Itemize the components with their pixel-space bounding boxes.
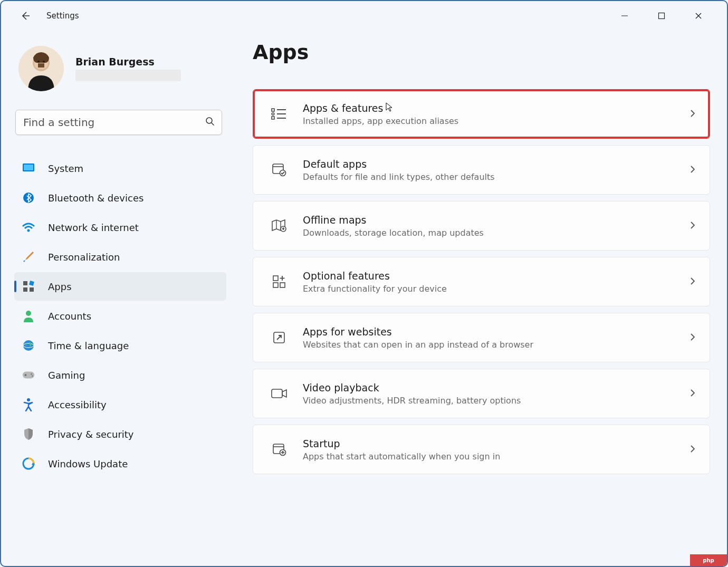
card-title: Apps & features (303, 102, 689, 114)
sidebar-item-system[interactable]: System (14, 154, 226, 182)
window-controls (613, 7, 722, 25)
sidebar-item-accessibility[interactable]: Accessibility (14, 390, 226, 419)
map-icon (267, 219, 291, 233)
svg-rect-16 (30, 287, 34, 292)
svg-rect-27 (272, 109, 274, 111)
svg-rect-45 (272, 389, 282, 398)
minimize-button[interactable] (613, 7, 636, 25)
svg-point-12 (27, 229, 30, 232)
sidebar-item-label: System (48, 163, 83, 174)
close-icon (695, 12, 702, 20)
maximize-icon (658, 12, 665, 20)
card-title: Offline maps (303, 214, 689, 226)
chevron-right-icon (689, 164, 696, 177)
sidebar-item-label: Bluetooth & devices (48, 193, 143, 204)
globe-icon (22, 339, 35, 352)
sidebar-item-label: Gaming (48, 370, 85, 381)
sidebar-item-apps[interactable]: Apps (14, 272, 226, 301)
svg-rect-10 (24, 165, 33, 170)
card-text: Startup Apps that start automatically wh… (303, 438, 689, 462)
svg-point-17 (26, 311, 31, 316)
chevron-right-icon (689, 108, 696, 121)
card-text: Default apps Defaults for file and link … (303, 158, 689, 182)
sidebar-item-label: Windows Update (48, 458, 128, 469)
back-button[interactable] (16, 6, 35, 25)
card-subtitle: Downloads, storage location, map updates (303, 228, 689, 238)
avatar (18, 46, 64, 91)
sidebar-item-bluetooth[interactable]: Bluetooth & devices (14, 184, 226, 212)
card-title: Default apps (303, 158, 689, 170)
sidebar-item-label: Time & language (48, 340, 129, 351)
svg-rect-20 (23, 372, 34, 379)
video-icon (267, 388, 291, 399)
card-title: Video playback (303, 382, 689, 393)
card-text: Apps & features Installed apps, app exec… (303, 102, 689, 126)
svg-point-28 (272, 113, 274, 116)
card-subtitle: Installed apps, app execution aliases (303, 116, 689, 126)
chevron-right-icon (689, 219, 696, 233)
page-title: Apps (253, 41, 710, 64)
sidebar-item-label: Personalization (48, 252, 120, 263)
card-apps-websites[interactable]: Apps for websites Websites that can open… (253, 313, 710, 362)
nav-list: System Bluetooth & devices Network & int… (14, 154, 226, 478)
sidebar-item-personalization[interactable]: Personalization (14, 243, 226, 271)
web-icon (267, 331, 291, 344)
search-row (15, 110, 222, 135)
main-panel: Apps Apps & features Installed apps, app… (236, 35, 727, 566)
card-default-apps[interactable]: Default apps Defaults for file and link … (253, 145, 710, 195)
sidebar-item-label: Accounts (48, 311, 91, 322)
search-input[interactable] (15, 110, 222, 135)
svg-rect-41 (280, 283, 285, 287)
apps-icon (22, 280, 35, 293)
sidebar-item-privacy[interactable]: Privacy & security (14, 420, 226, 448)
sidebar-item-network[interactable]: Network & internet (14, 213, 226, 242)
arrow-left-icon (20, 11, 31, 21)
content-area: Brian Burgess System Bluetooth & devices… (1, 30, 727, 566)
sidebar-item-gaming[interactable]: Gaming (14, 361, 226, 389)
shield-icon (22, 427, 35, 441)
bluetooth-icon (22, 191, 35, 205)
svg-rect-15 (23, 287, 27, 292)
svg-rect-29 (272, 117, 274, 119)
list-icon (267, 108, 291, 120)
app-title: Settings (46, 11, 79, 21)
sidebar-item-update[interactable]: Windows Update (14, 449, 226, 478)
watermark-badge: php (690, 554, 727, 566)
svg-point-24 (27, 398, 30, 401)
chevron-right-icon (689, 275, 696, 289)
monitor-icon (22, 161, 35, 175)
close-button[interactable] (687, 7, 710, 25)
svg-point-22 (31, 373, 32, 374)
card-startup[interactable]: Startup Apps that start automatically wh… (253, 425, 710, 474)
chevron-right-icon (689, 387, 696, 400)
cards-list: Apps & features Installed apps, app exec… (253, 89, 710, 474)
minimize-icon (621, 12, 628, 20)
update-icon (22, 457, 35, 470)
sidebar-item-accounts[interactable]: Accounts (14, 302, 226, 330)
svg-rect-40 (273, 283, 278, 287)
profile-text: Brian Burgess (75, 56, 181, 81)
card-title: Optional features (303, 270, 689, 282)
svg-rect-39 (273, 276, 278, 281)
card-text: Video playback Video adjustments, HDR st… (303, 382, 689, 406)
profile-section[interactable]: Brian Burgess (18, 46, 226, 91)
brush-icon (22, 250, 35, 264)
svg-point-21 (25, 374, 27, 376)
wifi-icon (22, 220, 35, 234)
maximize-button[interactable] (650, 7, 673, 25)
svg-point-5 (37, 61, 40, 63)
sidebar-item-time[interactable]: Time & language (14, 331, 226, 360)
card-video-playback[interactable]: Video playback Video adjustments, HDR st… (253, 369, 710, 418)
card-text: Offline maps Downloads, storage location… (303, 214, 689, 238)
startup-icon (267, 443, 291, 456)
settings-window: Settings Brian Burgess (0, 0, 728, 567)
person-icon (22, 309, 35, 323)
sidebar-item-label: Network & internet (48, 222, 139, 233)
sidebar: Brian Burgess System Bluetooth & devices… (1, 35, 236, 566)
card-offline-maps[interactable]: Offline maps Downloads, storage location… (253, 201, 710, 251)
card-apps-features[interactable]: Apps & features Installed apps, app exec… (253, 89, 710, 139)
sidebar-item-label: Accessibility (48, 399, 107, 410)
card-optional-features[interactable]: Optional features Extra functionality fo… (253, 257, 710, 306)
svg-rect-14 (29, 281, 34, 286)
gamepad-icon (22, 368, 35, 382)
